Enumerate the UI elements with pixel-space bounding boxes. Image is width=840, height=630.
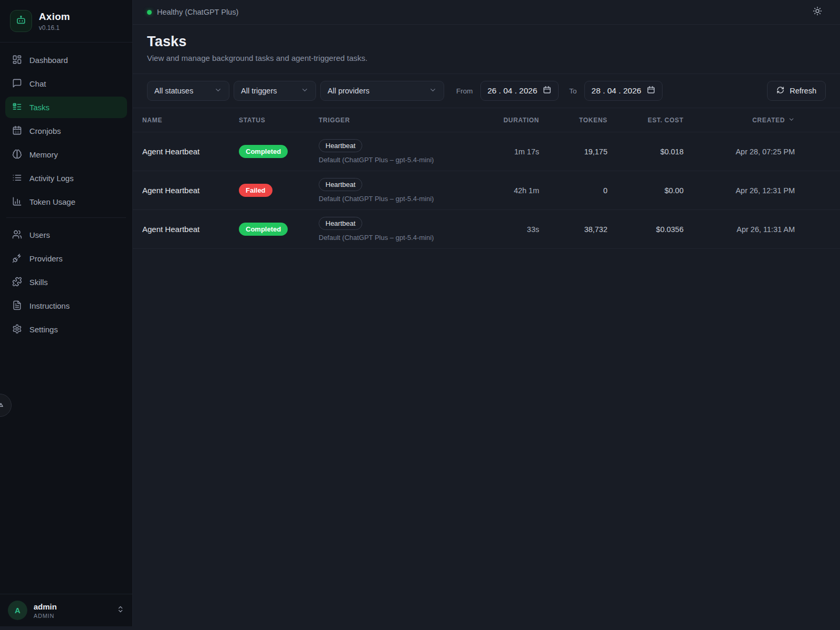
to-label: To	[569, 87, 576, 95]
dashboard-icon	[12, 55, 22, 66]
page-header: Tasks View and manage background tasks a…	[133, 25, 840, 74]
list-icon	[12, 173, 22, 184]
page-subtitle: View and manage background tasks and age…	[147, 54, 826, 62]
app-version: v0.16.1	[39, 24, 70, 32]
health-dot-icon	[147, 10, 152, 15]
task-cost: $0.00	[607, 186, 684, 195]
task-tokens: 19,175	[539, 148, 607, 156]
main-content: Healthy (ChatGPT Plus) Tasks View and ma…	[133, 0, 840, 630]
chevron-down-icon	[214, 86, 222, 96]
column-header-created[interactable]: Created	[684, 116, 795, 124]
sidebar-item-label: Activity Logs	[29, 174, 74, 183]
from-date-input[interactable]: 26 . 04 . 2026	[480, 81, 559, 101]
task-name: Agent Heartbeat	[142, 186, 239, 195]
sidebar-item-skills[interactable]: Skills	[5, 271, 127, 293]
sidebar-item-label: Users	[29, 230, 50, 239]
trigger-detail: Default (ChatGPT Plus – gpt-5.4-mini)	[319, 234, 476, 242]
topbar: Healthy (ChatGPT Plus)	[133, 0, 840, 25]
task-created: Apr 26, 11:31 AM	[684, 225, 795, 234]
provider-filter-select[interactable]: All providers	[320, 81, 444, 101]
trigger-filter-select[interactable]: All triggers	[234, 81, 316, 101]
bar-chart-icon	[12, 196, 22, 208]
user-role: ADMIN	[34, 613, 57, 619]
plug-zap-icon	[12, 253, 22, 265]
health-status: Healthy (ChatGPT Plus)	[147, 8, 238, 16]
to-date-input[interactable]: 28 . 04 . 2026	[584, 81, 663, 101]
app-logo	[10, 10, 32, 32]
sidebar-item-label: Instructions	[29, 301, 70, 310]
sidebar-item-label: Token Usage	[29, 197, 76, 206]
task-tokens: 38,732	[539, 225, 607, 234]
column-header-cost: Est. Cost	[607, 117, 684, 124]
sidebar-item-token-usage[interactable]: Token Usage	[5, 191, 127, 213]
status-filter-select[interactable]: All statuses	[147, 81, 229, 101]
trigger-badge: Heartbeat	[319, 217, 362, 230]
page-title: Tasks	[147, 34, 826, 50]
sidebar-item-providers[interactable]: Providers	[5, 248, 127, 269]
status-badge: Completed	[239, 145, 288, 158]
refresh-icon	[776, 86, 784, 96]
sun-icon	[813, 6, 822, 18]
trigger-badge: Heartbeat	[319, 178, 362, 191]
table-row[interactable]: Agent Heartbeat Completed Heartbeat Defa…	[133, 132, 840, 171]
task-created: Apr 28, 07:25 PM	[684, 148, 795, 156]
robot-icon	[15, 14, 27, 28]
column-header-name: Name	[142, 117, 239, 124]
sidebar: Axiom v0.16.1 Dashboard	[0, 0, 133, 626]
sidebar-item-memory[interactable]: Memory	[5, 144, 127, 165]
refresh-button-label: Refresh	[790, 87, 816, 95]
trigger-badge: Heartbeat	[319, 139, 362, 152]
task-tokens: 0	[539, 186, 607, 195]
sidebar-item-activity-logs[interactable]: Activity Logs	[5, 167, 127, 189]
trigger-detail: Default (ChatGPT Plus – gpt-5.4-mini)	[319, 195, 476, 203]
sidebar-item-label: Dashboard	[29, 56, 68, 65]
table-row[interactable]: Agent Heartbeat Completed Heartbeat Defa…	[133, 210, 840, 249]
column-header-trigger: Trigger	[319, 117, 476, 124]
table-row[interactable]: Agent Heartbeat Failed Heartbeat Default…	[133, 171, 840, 210]
app-name: Axiom	[39, 11, 70, 23]
sidebar-divider	[6, 217, 126, 218]
sidebar-item-dashboard[interactable]: Dashboard	[5, 49, 127, 71]
sidebar-item-settings[interactable]: Settings	[5, 319, 127, 340]
sidebar-item-instructions[interactable]: Instructions	[5, 295, 127, 317]
task-duration: 42h 1m	[476, 186, 539, 195]
user-menu[interactable]: A admin ADMIN	[0, 594, 132, 626]
task-duration: 33s	[476, 225, 539, 234]
avatar: A	[8, 601, 27, 620]
gear-icon	[12, 324, 22, 335]
sidebar-item-tasks[interactable]: Tasks	[5, 97, 127, 118]
column-header-tokens: Tokens	[539, 117, 607, 124]
status-badge: Failed	[239, 184, 272, 197]
chat-icon	[12, 78, 22, 90]
to-date-value: 28 . 04 . 2026	[592, 86, 642, 96]
task-cost: $0.018	[607, 148, 684, 156]
sidebar-item-label: Memory	[29, 150, 58, 159]
calendar-icon[interactable]	[647, 86, 655, 96]
column-header-status: Status	[239, 117, 319, 124]
users-icon	[12, 229, 22, 241]
chevron-down-icon	[301, 86, 309, 96]
task-name: Agent Heartbeat	[142, 225, 239, 234]
mountain-icon	[0, 399, 5, 412]
status-badge: Completed	[239, 223, 288, 236]
filter-bar: All statuses All triggers All providers …	[133, 74, 840, 108]
trigger-filter-value: All triggers	[241, 87, 277, 95]
column-header-duration: Duration	[476, 117, 539, 124]
sidebar-item-cronjobs[interactable]: Cronjobs	[5, 120, 127, 142]
refresh-button[interactable]: Refresh	[767, 81, 826, 101]
sidebar-item-label: Tasks	[29, 103, 49, 112]
tasks-icon	[12, 102, 22, 113]
from-label: From	[456, 87, 473, 95]
calendar-icon[interactable]	[543, 86, 551, 96]
table-header-row: Name Status Trigger Duration Tokens Est.…	[133, 108, 840, 132]
chevron-down-icon	[429, 86, 437, 96]
user-name: admin	[34, 602, 57, 611]
status-filter-value: All statuses	[154, 87, 193, 95]
theme-toggle-button[interactable]	[813, 6, 822, 18]
tasks-table: Name Status Trigger Duration Tokens Est.…	[133, 108, 840, 249]
task-cost: $0.0356	[607, 225, 684, 234]
sidebar-item-users[interactable]: Users	[5, 224, 127, 246]
sidebar-item-label: Cronjobs	[29, 127, 61, 135]
calendar-icon	[12, 125, 22, 137]
sidebar-item-chat[interactable]: Chat	[5, 73, 127, 94]
